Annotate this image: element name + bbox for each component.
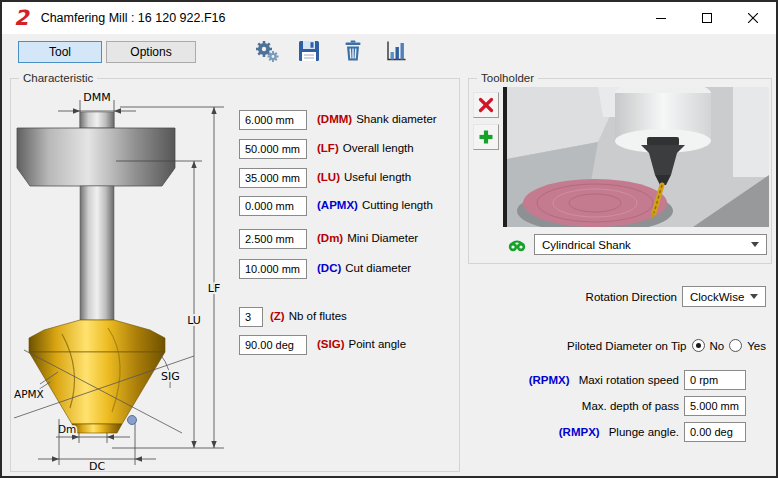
tab-tool[interactable]: Tool [18,41,102,63]
piloted-no-radio[interactable] [692,339,705,352]
toolholder-add-button[interactable] [473,124,499,150]
brand-logo: 2 [14,8,29,29]
lu-label: (LU)Useful length [317,171,411,183]
dc-input[interactable] [239,259,307,279]
rmpx-label: Plunge angle. [609,426,679,438]
save-button[interactable] [296,38,322,64]
shank-type-icon [507,235,527,255]
dm-label: (Dm)Mini Diameter [317,232,418,244]
rmpx-code: (RMPX) [559,426,600,438]
piloted-diameter-label: Piloted Diameter on Tip [567,340,687,352]
rmpx-row: (RMPX) Plunge angle. [559,422,746,442]
tab-options[interactable]: Options [106,41,196,63]
lf-dim-label: LF [208,282,220,295]
rotation-direction-label: Rotation Direction [586,291,677,303]
characteristic-group-label: Characteristic [19,71,97,85]
window-controls [638,2,776,34]
z-label: (Z)Nb of flutes [270,310,347,322]
apmx-dim-label: APMX [14,388,44,400]
chart-icon [383,38,409,64]
rpmx-code: (RPMX) [529,374,570,386]
maximize-icon [702,13,712,23]
shank-type-select[interactable]: Cylindrical Shank [534,234,767,255]
sig-label: (SIG)Point angle [317,338,406,350]
piloted-diameter-row: Piloted Diameter on Tip No Yes [567,339,766,352]
piloted-yes-label: Yes [747,340,766,352]
green-plus-icon [478,129,494,145]
close-icon [748,13,758,23]
toolholder-group-label: Toolholder [477,71,538,85]
rpmx-input[interactable] [684,370,746,390]
save-icon [296,38,322,64]
window-title: Chamfering Mill : 16 120 922.F16 [41,11,226,25]
grab-point-dot[interactable] [128,416,137,425]
depth-of-pass-input[interactable] [684,396,746,416]
toolholder-preview-image [503,87,769,227]
z-input[interactable] [239,307,263,327]
sig-input[interactable] [239,335,307,355]
close-button[interactable] [730,2,776,34]
lf-label: (LF)Overall length [317,142,414,154]
rmpx-input[interactable] [684,422,746,442]
piloted-no-label: No [710,340,725,352]
sig-dim-label: SIG [161,370,180,383]
depth-of-pass-label: Max. depth of pass [582,400,679,412]
dmm-input[interactable] [239,110,307,130]
maximize-button[interactable] [684,2,730,34]
piloted-yes-radio[interactable] [729,339,742,352]
minimize-button[interactable] [638,2,684,34]
cutting-conditions-button[interactable] [383,38,409,64]
dc-label: (DC)Cut diameter [317,262,411,274]
rotation-direction-select[interactable]: ClockWise [682,286,766,307]
depth-of-pass-row: Max. depth of pass [582,396,746,416]
gears-icon [254,38,280,64]
apmx-input[interactable] [239,196,307,216]
trash-icon [340,38,366,64]
dmm-dim-label: DMM [83,91,110,104]
rotation-direction-value: ClockWise [690,291,744,303]
chevron-down-icon [750,294,758,299]
titlebar: 2 Chamfering Mill : 16 120 922.F16 [2,2,776,34]
lf-input[interactable] [239,139,307,159]
red-x-icon [478,97,494,113]
minimize-icon [656,13,666,23]
dc-dim-label: DC [89,460,105,471]
dmm-label: (DMM)Shank diameter [317,113,437,125]
rotation-direction-row: Rotation Direction ClockWise [586,286,766,307]
rpmx-row: (RPMX) Maxi rotation speed [529,370,746,390]
lu-input[interactable] [239,168,307,188]
rpmx-label: Maxi rotation speed [579,374,679,386]
shank-type-button[interactable] [506,234,528,256]
settings-gears-button[interactable] [254,38,280,64]
tool-diagram: DMM SIG APMX LF [12,88,247,471]
dm-dim-label: Dm [58,423,76,435]
delete-tool-button[interactable] [340,38,366,64]
toolholder-delete-button[interactable] [473,92,499,118]
shank-type-value: Cylindrical Shank [542,239,631,251]
tool-dialog-window: 2 Chamfering Mill : 16 120 922.F16 Tool … [0,0,778,478]
lu-dim-label: LU [187,314,201,327]
chevron-down-icon [751,242,759,247]
apmx-label: (APMX)Cutting length [317,199,433,211]
dm-input[interactable] [239,229,307,249]
